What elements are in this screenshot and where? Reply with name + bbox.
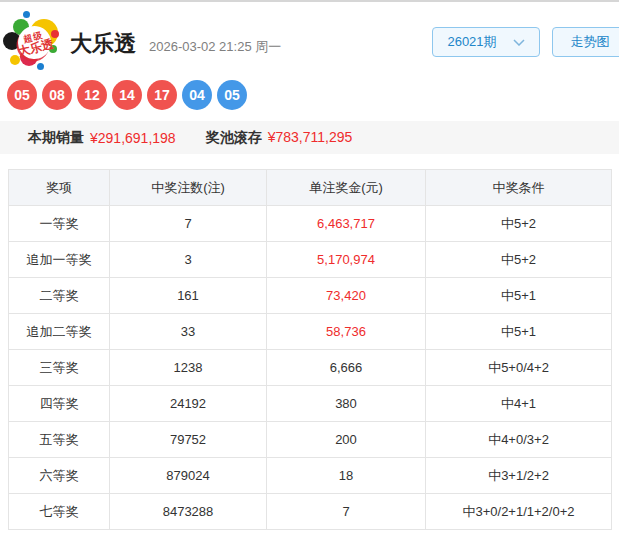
table-row: 五等奖79752200中4+0/3+2 [9, 422, 612, 458]
table-row: 三等奖12386,666中5+0/4+2 [9, 350, 612, 386]
win-condition-cell: 中5+0/4+2 [426, 350, 612, 386]
win-condition-cell: 中3+1/2+2 [426, 458, 612, 494]
column-header: 奖项 [9, 170, 110, 206]
issue-select[interactable]: 26021期 [432, 27, 540, 57]
prize-name-cell: 四等奖 [9, 386, 110, 422]
win-condition-cell: 中5+1 [426, 278, 612, 314]
prize-name-cell: 二等奖 [9, 278, 110, 314]
table-row: 七等奖84732887中3+0/2+1/1+2/0+2 [9, 494, 612, 530]
win-condition-cell: 中5+2 [426, 242, 612, 278]
lottery-result-panel: 超级 大乐透 大乐透 2026-03-02 21:25 周一 26021期 走势… [0, 0, 619, 534]
winner-count-cell: 3 [110, 242, 267, 278]
prize-table-body: 一等奖76,463,717中5+2追加一等奖35,170,974中5+2二等奖1… [9, 206, 612, 530]
sales-value: ¥291,691,198 [90, 130, 176, 146]
winner-count-cell: 161 [110, 278, 267, 314]
winner-count-cell: 8473288 [110, 494, 267, 530]
prize-amount-cell: 18 [267, 458, 426, 494]
table-row: 二等奖16173,420中5+1 [9, 278, 612, 314]
win-condition-cell: 中4+0/3+2 [426, 422, 612, 458]
title-row: 大乐透 2026-03-02 21:25 周一 [70, 29, 281, 59]
logo-dot-blue-top [23, 11, 30, 18]
header-controls: 26021期 走势图 [432, 27, 619, 57]
lottery-ball-back: 04 [182, 80, 212, 110]
pool-value: ¥783,711,295 [268, 129, 353, 147]
lottery-ball-front: 08 [42, 80, 72, 110]
prize-amount-cell: 58,736 [267, 314, 426, 350]
prize-name-cell: 七等奖 [9, 494, 110, 530]
win-condition-cell: 中3+0/2+1/1+2/0+2 [426, 494, 612, 530]
lottery-ball-front: 12 [77, 80, 107, 110]
column-header: 单注奖金(元) [267, 170, 426, 206]
table-row: 追加二等奖3358,736中5+1 [9, 314, 612, 350]
table-row: 四等奖24192380中4+1 [9, 386, 612, 422]
prize-amount-cell: 200 [267, 422, 426, 458]
winner-count-cell: 33 [110, 314, 267, 350]
table-row: 六等奖87902418中3+1/2+2 [9, 458, 612, 494]
sales-band: 本期销量 ¥291,691,198 奖池滚存 ¥783,711,295 [0, 121, 619, 154]
prize-amount-cell: 380 [267, 386, 426, 422]
trend-chart-button[interactable]: 走势图 [552, 27, 619, 57]
logo-badge-line2: 大乐透 [17, 37, 55, 57]
logo-dot-red [51, 30, 59, 38]
pool-label: 奖池滚存 [206, 129, 262, 147]
winner-count-cell: 1238 [110, 350, 267, 386]
trend-chart-button-label: 走势图 [571, 33, 610, 51]
prize-amount-cell: 6,666 [267, 350, 426, 386]
table-row: 追加一等奖35,170,974中5+2 [9, 242, 612, 278]
drawn-numbers: 05081214170405 [7, 80, 247, 110]
lottery-ball-front: 14 [112, 80, 142, 110]
issue-select-label: 26021期 [447, 33, 496, 51]
win-condition-cell: 中5+2 [426, 206, 612, 242]
lottery-ball-front: 05 [7, 80, 37, 110]
column-header: 中奖注数(注) [110, 170, 267, 206]
win-condition-cell: 中4+1 [426, 386, 612, 422]
prize-name-cell: 一等奖 [9, 206, 110, 242]
lottery-ball-back: 05 [217, 80, 247, 110]
super-lotto-logo: 超级 大乐透 [6, 8, 68, 72]
prize-table: 奖项中奖注数(注)单注奖金(元)中奖条件 一等奖76,463,717中5+2追加… [8, 169, 612, 530]
prize-amount-cell: 6,463,717 [267, 206, 426, 242]
draw-datetime: 2026-03-02 21:25 周一 [149, 38, 281, 56]
prize-amount-cell: 7 [267, 494, 426, 530]
prize-name-cell: 三等奖 [9, 350, 110, 386]
prize-name-cell: 追加一等奖 [9, 242, 110, 278]
winner-count-cell: 7 [110, 206, 267, 242]
page-title: 大乐透 [70, 29, 136, 59]
prize-name-cell: 六等奖 [9, 458, 110, 494]
prize-amount-cell: 73,420 [267, 278, 426, 314]
prize-name-cell: 追加二等奖 [9, 314, 110, 350]
logo-dot-blue-bottom [37, 63, 44, 70]
table-row: 一等奖76,463,717中5+2 [9, 206, 612, 242]
win-condition-cell: 中5+1 [426, 314, 612, 350]
sales-label: 本期销量 [28, 129, 84, 147]
prize-amount-cell: 5,170,974 [267, 242, 426, 278]
lottery-ball-front: 17 [147, 80, 177, 110]
prize-name-cell: 五等奖 [9, 422, 110, 458]
winner-count-cell: 79752 [110, 422, 267, 458]
winner-count-cell: 24192 [110, 386, 267, 422]
winner-count-cell: 879024 [110, 458, 267, 494]
column-header: 中奖条件 [426, 170, 612, 206]
chevron-down-icon [513, 39, 525, 46]
prize-table-header-row: 奖项中奖注数(注)单注奖金(元)中奖条件 [9, 170, 612, 206]
